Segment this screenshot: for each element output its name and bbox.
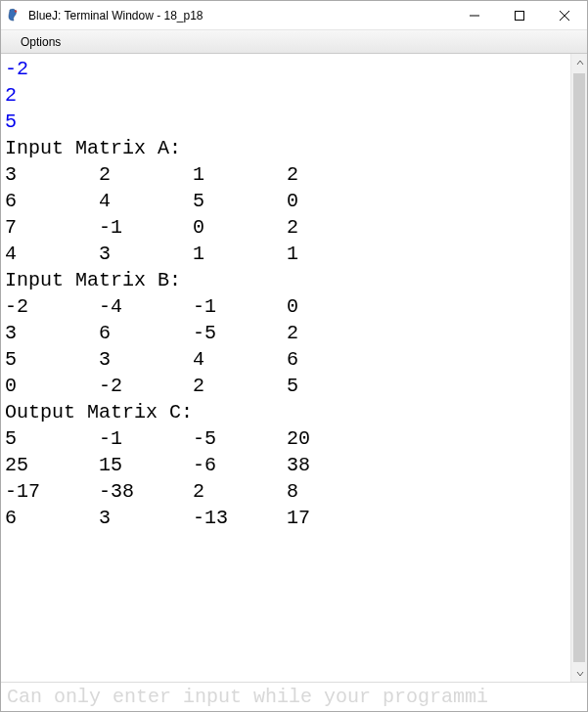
- app-icon: [7, 8, 23, 23]
- terminal-user-input: 2: [5, 82, 566, 109]
- matrix-row: 25 15 -6 38: [5, 452, 566, 478]
- matrix-b-header: Input Matrix B:: [5, 267, 566, 293]
- scroll-up-icon[interactable]: [571, 54, 588, 70]
- terminal-window: BlueJ: Terminal Window - 18_p18 Options …: [0, 0, 588, 712]
- matrix-row: 6 3 -13 17: [5, 505, 566, 531]
- matrix-a-header: Input Matrix A:: [5, 135, 566, 161]
- terminal-user-input: -2: [5, 56, 566, 82]
- close-button[interactable]: [542, 1, 587, 30]
- matrix-row: -2 -4 -1 0: [5, 293, 566, 320]
- matrix-row: 0 -2 2 5: [5, 373, 566, 399]
- scroll-down-icon[interactable]: [571, 665, 588, 682]
- matrix-row: 5 -1 -5 20: [5, 425, 566, 452]
- svg-point-0: [15, 10, 17, 12]
- maximize-button[interactable]: [497, 1, 542, 30]
- vertical-scrollbar[interactable]: [570, 54, 587, 682]
- minimize-button[interactable]: [452, 1, 497, 30]
- titlebar: BlueJ: Terminal Window - 18_p18: [1, 1, 587, 30]
- matrix-row: 3 2 1 2: [5, 161, 566, 188]
- terminal-input[interactable]: Can only enter input while your programm…: [1, 682, 587, 711]
- svg-rect-2: [516, 11, 524, 20]
- terminal-user-input: 5: [5, 109, 566, 135]
- matrix-row: 3 6 -5 2: [5, 320, 566, 346]
- terminal-output: -225Input Matrix A:3 2 1 26 4 5 07 -1 0 …: [1, 54, 570, 682]
- matrix-row: -17 -38 2 8: [5, 478, 566, 505]
- matrix-row: 5 3 4 6: [5, 346, 566, 373]
- matrix-row: 4 3 1 1: [5, 241, 566, 267]
- menu-options[interactable]: Options: [13, 33, 68, 51]
- menubar: Options: [1, 30, 587, 54]
- matrix-row: 7 -1 0 2: [5, 214, 566, 241]
- matrix-c-header: Output Matrix C:: [5, 399, 566, 425]
- matrix-row: 6 4 5 0: [5, 188, 566, 214]
- window-title: BlueJ: Terminal Window - 18_p18: [28, 9, 204, 22]
- terminal-area: -225Input Matrix A:3 2 1 26 4 5 07 -1 0 …: [1, 54, 587, 682]
- scrollbar-thumb[interactable]: [573, 73, 585, 662]
